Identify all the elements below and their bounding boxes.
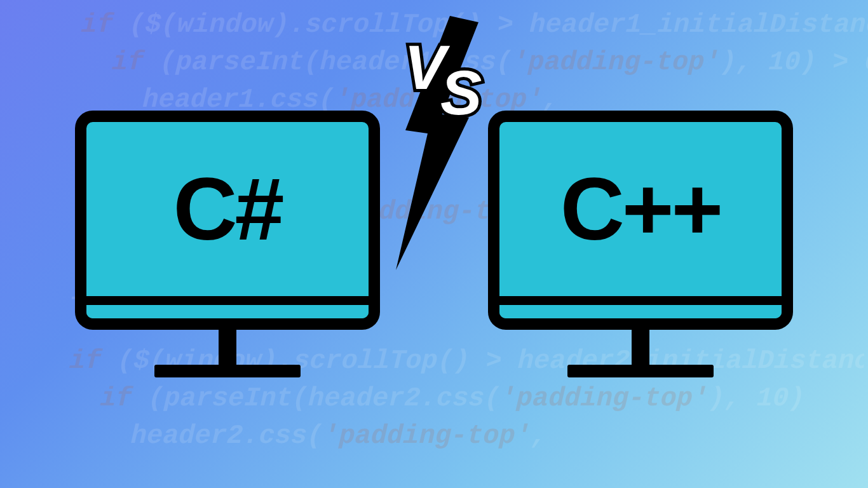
monitor-screen-right: C++	[499, 122, 782, 296]
left-monitor: C#	[75, 111, 380, 377]
monitor-bar-right	[499, 296, 782, 318]
monitor-frame-right: C++	[488, 111, 793, 330]
monitor-neck-right	[632, 330, 649, 365]
monitor-screen-left: C#	[86, 122, 369, 296]
monitor-bar-left	[86, 296, 369, 318]
svg-text:S: S	[440, 58, 482, 128]
monitor-frame-left: C#	[75, 111, 380, 330]
comparison-container: C# C++ V S	[0, 0, 868, 488]
right-monitor: C++	[488, 111, 793, 377]
monitor-base-right	[567, 365, 714, 377]
vs-lightning-icon: V S	[367, 16, 501, 270]
right-language-label: C++	[560, 158, 721, 261]
monitor-neck-left	[219, 330, 236, 365]
monitor-base-left	[154, 365, 301, 377]
left-language-label: C#	[173, 158, 282, 261]
